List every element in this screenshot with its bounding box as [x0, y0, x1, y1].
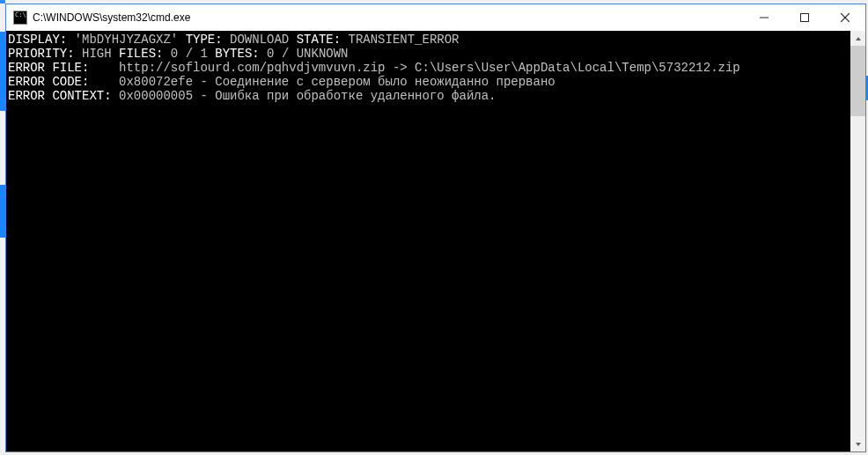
value-error-context: 0x00000005 - Ошибка при обработке удален…: [119, 89, 496, 103]
minimize-icon: [760, 13, 769, 22]
label-priority: PRIORITY:: [8, 47, 75, 61]
maximize-icon: [800, 13, 809, 22]
label-files: FILES:: [119, 47, 163, 61]
label-bytes: BYTES:: [215, 47, 259, 61]
chevron-up-icon: [855, 35, 862, 42]
window-controls: [744, 4, 865, 31]
console-frame: DISPLAY: 'MbDYHJYZAGXZ' TYPE: DOWNLOAD S…: [6, 31, 865, 451]
value-bytes: 0 / UNKNOWN: [260, 47, 349, 61]
svg-marker-5: [856, 443, 861, 446]
label-display: DISPLAY:: [8, 33, 67, 47]
value-type: DOWNLOAD: [223, 33, 297, 47]
scrollbar-thumb[interactable]: [850, 46, 865, 116]
value-error-file: http://soflourd.com/pqhvdjvmvuvn.zip -> …: [119, 61, 740, 75]
value-error-code: 0x80072efe - Соединение с сервером было …: [119, 75, 555, 89]
cmd-icon: [13, 11, 27, 25]
label-error-code: ERROR CODE:: [8, 75, 119, 89]
value-priority: HIGH: [75, 47, 119, 61]
label-error-context: ERROR CONTEXT:: [8, 89, 119, 103]
label-type: TYPE:: [186, 33, 223, 47]
svg-rect-1: [801, 14, 809, 22]
titlebar[interactable]: C:\WINDOWS\system32\cmd.exe: [6, 4, 865, 31]
minimize-button[interactable]: [744, 4, 784, 31]
scroll-up-button[interactable]: [850, 31, 865, 46]
label-error-file: ERROR FILE:: [8, 61, 119, 75]
console-output[interactable]: DISPLAY: 'MbDYHJYZAGXZ' TYPE: DOWNLOAD S…: [6, 31, 850, 451]
value-state: TRANSIENT_ERROR: [341, 33, 459, 47]
close-icon: [841, 13, 850, 22]
label-state: STATE:: [297, 33, 341, 47]
value-display: 'MbDYHJYZAGXZ': [67, 33, 185, 47]
vertical-scrollbar[interactable]: [850, 31, 865, 451]
svg-marker-4: [856, 37, 861, 40]
close-button[interactable]: [825, 4, 865, 31]
cmd-window: C:\WINDOWS\system32\cmd.exe DISPLAY: 'Mb…: [5, 4, 866, 452]
maximize-button[interactable]: [784, 4, 825, 31]
scroll-down-button[interactable]: [850, 437, 865, 451]
window-title: C:\WINDOWS\system32\cmd.exe: [33, 11, 190, 24]
value-files: 0 / 1: [163, 47, 215, 61]
chevron-down-icon: [855, 441, 862, 448]
